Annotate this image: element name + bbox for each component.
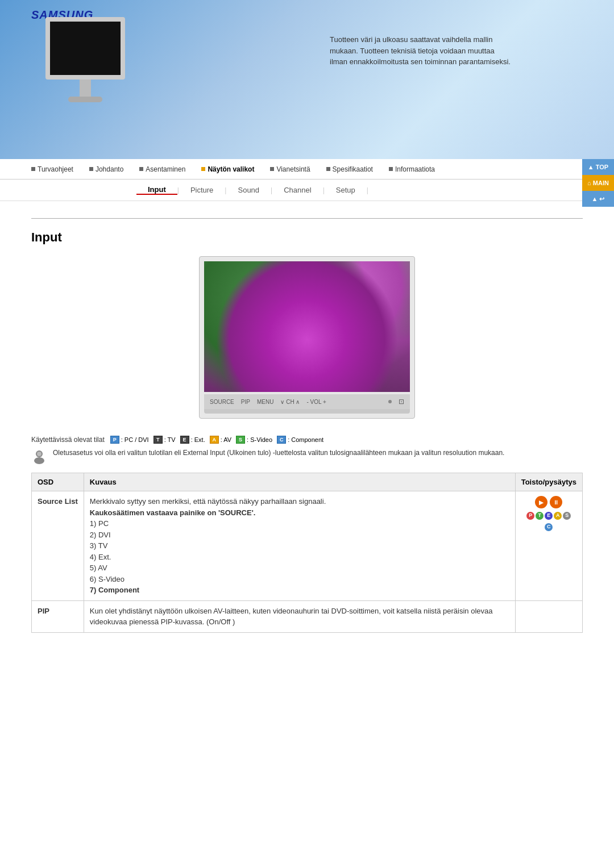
play-btn-1: ▶ (535, 496, 547, 508)
nav-bullet-active (201, 167, 205, 171)
nav-bullet (31, 167, 35, 171)
monitor-controls-bar: SOURCE PIP MENU ∨ CH ∧ - VOL + ⊡ (204, 394, 410, 409)
table-cell-osd-1: Source List (32, 491, 84, 601)
table-row: PIP Kun olet yhdistänyt näyttöön ulkoise… (32, 600, 583, 632)
control-vol[interactable]: - VOL + (306, 399, 326, 405)
icon-e: E (180, 436, 189, 444)
subnav-sound[interactable]: Sound (226, 186, 271, 194)
playback-icons: ▶ ⏸ P T E A S C (521, 496, 576, 531)
play-row: ▶ ⏸ (535, 496, 562, 508)
icon-c: C (277, 436, 286, 444)
play-btn-2: ⏸ (550, 496, 562, 508)
desc-intro: Merkkivalo syttyy sen merkiksi, että näy… (90, 497, 326, 506)
icon-t-label: : TV (164, 436, 176, 443)
status-section: Käytettävissä olevat tilat P : PC / DVI … (31, 436, 583, 464)
svg-point-2 (37, 452, 42, 456)
icon-t: T (154, 436, 163, 444)
side-buttons: ▲ TOP ⌂ MAIN ▲ ↩ (582, 159, 614, 207)
nav-johdanto[interactable]: Johdanto (89, 165, 123, 173)
note-row: Oletusasetus voi olla eri valitun tuloti… (31, 448, 583, 464)
header-banner: SAMSUNG Tuotteen väri ja ulkoasu saattav… (0, 0, 614, 159)
monitor-image (34, 17, 136, 131)
control-power[interactable]: ⊡ (399, 398, 404, 406)
status-icon-component: C : Component (277, 436, 323, 444)
page-title: Input (31, 230, 583, 245)
back-button[interactable]: ▲ ↩ (582, 191, 614, 207)
top-button[interactable]: ▲ TOP (582, 159, 614, 175)
screen-image (204, 261, 410, 392)
letter-p: P (526, 512, 534, 520)
subnav-input[interactable]: Input (136, 185, 177, 195)
desc-bold: Kaukosäätimen vastaava painike on 'SOURC… (90, 508, 256, 517)
nav-bullet (89, 167, 93, 171)
status-label: Käytettävissä olevat tilat (31, 436, 105, 444)
desc-item-7: 7) Component (90, 586, 139, 594)
table-cell-osd-2: PIP (32, 600, 84, 632)
sub-nav-sep: | (367, 186, 368, 194)
nav-vianetsinta[interactable]: Vianetsintä (270, 165, 310, 173)
letter-t: T (536, 512, 544, 520)
icon-s: S (236, 436, 245, 444)
nav-turvaohjeet[interactable]: Turvaohjeet (31, 165, 73, 173)
header-description: Tuotteen väri ja ulkoasu saattavat vaihd… (330, 34, 512, 68)
monitor-screen (204, 261, 410, 392)
main-button[interactable]: ⌂ MAIN (582, 175, 614, 191)
table-header-kuvaus: Kuvaus (84, 473, 515, 491)
desc-item-3: 3) TV (90, 541, 108, 550)
status-icon-ext: E : Ext. (180, 436, 205, 444)
main-content: Input SOURCE PIP MENU ∨ CH ∧ - VOL + ⊡ K… (0, 201, 614, 650)
icon-p-label: : PC / DVI (121, 436, 149, 443)
icon-p: P (110, 436, 119, 444)
table-header-osd: OSD (32, 473, 84, 491)
letter-grid: P T E A S (526, 512, 571, 520)
desc-item-6: 6) S-Video (90, 575, 125, 583)
nav-nayton-valikot[interactable]: Näytön valikot (201, 165, 254, 173)
desc-item-1: 1) PC (90, 519, 109, 528)
nav-spesifikaatiot[interactable]: Spesifikaatiot (326, 165, 373, 173)
letter-a: A (554, 512, 562, 520)
desc-item-2: 2) DVI (90, 531, 111, 539)
letter-grid-2: C (545, 523, 553, 531)
table-row: Source List Merkkivalo syttyy sen merkik… (32, 491, 583, 601)
monitor-display-container: SOURCE PIP MENU ∨ CH ∧ - VOL + ⊡ (31, 256, 583, 419)
control-ch[interactable]: ∨ CH ∧ (280, 399, 300, 405)
control-pip[interactable]: PIP (241, 399, 250, 405)
letter-e: E (545, 512, 553, 520)
letter-c: C (545, 523, 553, 531)
desc-item-4: 4) Ext. (90, 553, 111, 561)
control-menu[interactable]: MENU (257, 399, 273, 405)
status-row: Käytettävissä olevat tilat P : PC / DVI … (31, 436, 583, 444)
divider (31, 218, 583, 219)
subnav-setup[interactable]: Setup (325, 186, 367, 194)
status-icons: P : PC / DVI T : TV E : Ext. A : AV S (110, 436, 323, 444)
control-source[interactable]: SOURCE (210, 399, 234, 405)
sub-nav: Input | Picture | Sound | Channel | Setu… (0, 180, 614, 201)
table-header-toisto: Toisto/pysäytys (515, 473, 582, 491)
status-icon-svideo: S : S-Video (236, 436, 272, 444)
letter-s: S (563, 512, 571, 520)
monitor-display: SOURCE PIP MENU ∨ CH ∧ - VOL + ⊡ (199, 256, 415, 419)
icon-a: A (210, 436, 219, 444)
nav-informaatiota[interactable]: Informaatiota (389, 165, 435, 173)
icon-c-label: : Component (288, 436, 323, 443)
info-table: OSD Kuvaus Toisto/pysäytys Source List M… (31, 473, 583, 633)
icon-e-label: : Ext. (191, 436, 205, 443)
nav-bullet (326, 167, 330, 171)
note-icon (31, 448, 47, 464)
subnav-channel[interactable]: Channel (272, 186, 322, 194)
icon-a-label: : AV (221, 436, 231, 443)
nav-bullet (389, 167, 393, 171)
status-icon-av: A : AV (210, 436, 231, 444)
table-cell-desc-1: Merkkivalo syttyy sen merkiksi, että näy… (84, 491, 515, 601)
status-icon-tv: T : TV (154, 436, 176, 444)
control-dot (388, 400, 392, 403)
icon-s-label: : S-Video (247, 436, 272, 443)
nav-bullet (270, 167, 274, 171)
nav-asentaminen[interactable]: Asentaminen (139, 165, 185, 173)
svg-point-1 (34, 457, 44, 464)
status-icon-pc: P : PC / DVI (110, 436, 149, 444)
nav-bar: Turvaohjeet Johdanto Asentaminen Näytön … (0, 159, 614, 180)
monitor-bottom (204, 409, 410, 414)
note-text: Oletusasetus voi olla eri valitun tuloti… (53, 448, 504, 458)
subnav-picture[interactable]: Picture (179, 186, 225, 194)
